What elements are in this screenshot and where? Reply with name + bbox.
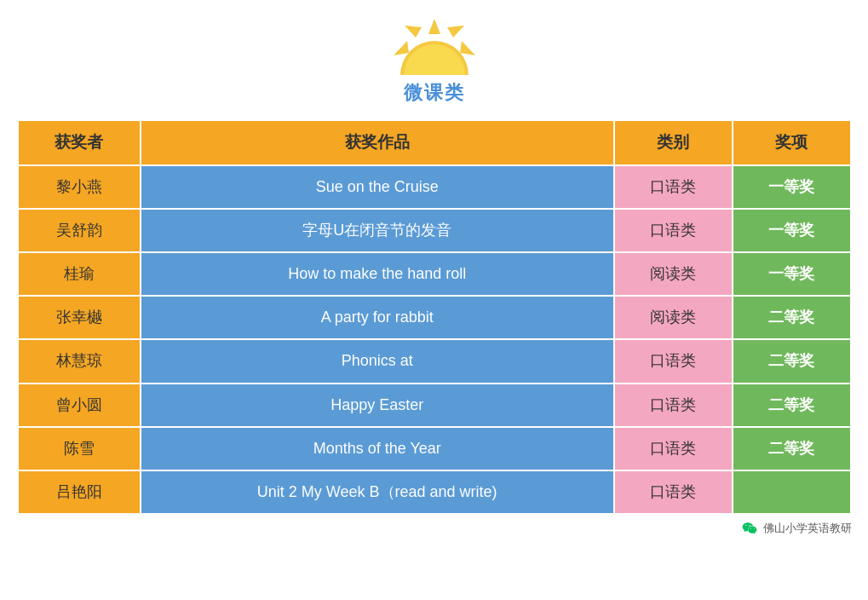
col-header-work: 获奖作品 [141,120,614,165]
table-row: 陈雪Months of the Year口语类二等奖 [18,427,851,470]
cell-work: A party for rabbit [141,296,614,339]
cell-work: How to make the hand roll [141,252,614,296]
cell-category: 阅读类 [614,296,733,339]
cell-name: 曾小圆 [18,384,141,427]
cell-work: Unit 2 My Week B（read and write) [141,470,614,514]
cell-award: 一等奖 [733,252,851,296]
table-row: 林慧琼Phonics at口语类二等奖 [18,339,851,383]
sun-icon [392,17,477,77]
col-header-category: 类别 [614,120,733,165]
cell-award: 二等奖 [733,296,851,339]
cell-work: Months of the Year [141,427,614,470]
cell-work: 字母U在闭音节的发音 [141,209,614,252]
cell-award: 二等奖 [733,384,851,427]
awards-table: 获奖者 获奖作品 类别 奖项 黎小燕Sue on the Cruise口语类一等… [17,119,852,515]
table-row: 吴舒韵字母U在闭音节的发音口语类一等奖 [18,209,851,252]
cell-category: 阅读类 [614,252,733,296]
svg-marker-2 [460,41,475,55]
cell-category: 口语类 [614,165,733,209]
cell-work: Happy Easter [141,384,614,427]
cell-category: 口语类 [614,384,733,427]
svg-marker-4 [394,41,409,55]
main-table-wrapper: 获奖者 获奖作品 类别 奖项 黎小燕Sue on the Cruise口语类一等… [17,119,852,515]
cell-work: Phonics at [141,339,614,383]
cell-award: 二等奖 [733,339,851,383]
table-row: 吕艳阳Unit 2 My Week B（read and write)口语类 [18,470,851,514]
cell-name: 陈雪 [18,427,141,470]
cell-category: 口语类 [614,427,733,470]
cell-category: 口语类 [614,209,733,252]
col-header-name: 获奖者 [18,120,141,165]
cell-name: 林慧琼 [18,339,141,383]
cell-name: 桂瑜 [18,252,141,296]
table-row: 张幸樾A party for rabbit阅读类二等奖 [18,296,851,339]
cell-name: 张幸樾 [18,296,141,339]
cell-name: 吕艳阳 [18,470,141,514]
cell-category: 口语类 [614,339,733,383]
footer: 佛山小学英语教研 [17,520,852,537]
table-row: 桂瑜How to make the hand roll阅读类一等奖 [18,252,851,296]
col-header-award: 奖项 [733,120,851,165]
wechat-icon [741,520,758,537]
cell-award: 一等奖 [733,165,851,209]
cell-award: 一等奖 [733,209,851,252]
svg-marker-3 [405,26,422,38]
cell-award: 二等奖 [733,427,851,470]
table-row: 黎小燕Sue on the Cruise口语类一等奖 [18,165,851,209]
cell-work: Sue on the Cruise [141,165,614,209]
table-header-row: 获奖者 获奖作品 类别 奖项 [18,120,851,165]
table-row: 曾小圆Happy Easter口语类二等奖 [18,384,851,427]
svg-marker-1 [447,26,464,38]
cell-name: 吴舒韵 [18,209,141,252]
svg-marker-0 [428,19,440,34]
footer-text: 佛山小学英语教研 [763,521,852,536]
page-title: 微课类 [404,80,465,106]
page-header: 微课类 [392,17,477,106]
cell-award [733,470,851,514]
cell-category: 口语类 [614,470,733,514]
cell-name: 黎小燕 [18,165,141,209]
